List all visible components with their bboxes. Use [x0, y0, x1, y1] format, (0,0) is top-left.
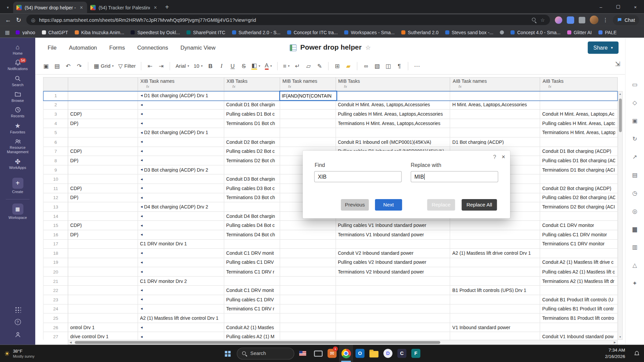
cell[interactable]: Conduit D2 Bot chargin	[224, 137, 280, 147]
cell[interactable]	[450, 110, 540, 119]
cell[interactable]	[280, 277, 336, 286]
cell[interactable]: ◄D3 Bot charging (ACDP) Drv 2	[138, 165, 224, 175]
extension-icon[interactable]	[555, 16, 562, 23]
cell[interactable]	[280, 249, 336, 258]
cell[interactable]: A2 (1) Mastless lift drive control Drv 1	[450, 249, 540, 258]
cell[interactable]	[68, 295, 138, 304]
cell[interactable]	[540, 286, 618, 295]
cell[interactable]	[336, 128, 450, 138]
tab-search-icon[interactable]: ▾	[3, 2, 12, 12]
vertical-scrollbar[interactable]: ▲ ▼	[618, 91, 623, 340]
cell[interactable]	[68, 101, 138, 110]
cell[interactable]: ◄	[138, 119, 224, 128]
font-family-selector[interactable]: Arial▾	[174, 61, 191, 71]
profile-avatar[interactable]	[590, 16, 598, 24]
row-number[interactable]: 15	[44, 221, 68, 230]
collaborators-icon[interactable]: ◎	[629, 205, 640, 217]
row-number[interactable]: 5	[44, 128, 68, 138]
cell[interactable]: ◄	[138, 323, 224, 332]
replace-input[interactable]: MIB	[411, 171, 498, 182]
cell[interactable]: Conduit C1 DRV monitor	[540, 221, 618, 230]
wrap-button[interactable]: ↵	[292, 61, 302, 71]
row-number[interactable]: 13	[44, 202, 68, 212]
cell[interactable]	[336, 277, 450, 286]
cell[interactable]	[450, 119, 540, 128]
cell[interactable]: Conduit C1 DRV monit	[224, 249, 280, 258]
tune-icon[interactable]: ◎	[31, 17, 36, 23]
language-flag-icon[interactable]	[299, 351, 306, 356]
menu-automation[interactable]: Automation	[69, 45, 97, 51]
cell[interactable]	[68, 239, 138, 249]
bookmark-item[interactable]: Kiba Inuzuka Anim...	[74, 30, 124, 35]
horizontal-scrollbar[interactable]: ◀ ▶	[68, 340, 618, 345]
cell[interactable]: Conduit A2 (1) Mastles	[224, 323, 280, 332]
menu-file[interactable]: File	[48, 45, 57, 51]
cell[interactable]	[280, 110, 336, 119]
cell[interactable]	[68, 212, 138, 221]
menu-forms[interactable]: Forms	[109, 45, 125, 51]
cell[interactable]	[280, 267, 336, 277]
cell[interactable]: Terminations D1 Bot charging (ACI	[540, 165, 618, 175]
dialog-help-icon[interactable]: ?	[493, 154, 496, 160]
menu-dynamic-view[interactable]: Dynamic View	[180, 45, 215, 51]
row-number[interactable]: 23	[44, 295, 68, 304]
replace-button[interactable]: Replace	[427, 199, 455, 210]
back-button[interactable]: ←	[5, 17, 11, 23]
cell[interactable]: Terminations H Mint. Areas, Laptop	[540, 128, 618, 138]
bookmark-item[interactable]: Speedtest by Ookl...	[131, 30, 180, 35]
text-color-button[interactable]: A▾	[263, 61, 273, 71]
cell[interactable]: Conduit V1 Inbound standard pow	[540, 332, 618, 340]
cell[interactable]	[280, 258, 336, 267]
cell[interactable]	[68, 267, 138, 277]
row-number[interactable]: 21	[44, 277, 68, 286]
column-header[interactable]: XIB Task namesfx	[138, 77, 224, 90]
cell[interactable]	[280, 314, 336, 323]
cell[interactable]: Conduit D1 Bot chargin	[224, 101, 280, 110]
redo-button[interactable]: ↷	[74, 61, 84, 71]
cell[interactable]: ◄D2 Bot charging (ACDP) Drv 1	[138, 128, 224, 138]
apps-shortcut-icon[interactable]: ▦	[5, 29, 10, 35]
bookmark-item[interactable]: Glitter AI	[567, 30, 592, 35]
cell[interactable]	[540, 137, 618, 147]
cell[interactable]	[280, 323, 336, 332]
cell[interactable]	[540, 249, 618, 258]
cell[interactable]: Terminations C1 DRV r	[224, 304, 280, 314]
cell[interactable]	[540, 101, 618, 110]
scroll-left-icon[interactable]: ◀	[68, 340, 73, 345]
bold-button[interactable]: B	[206, 61, 215, 71]
cell[interactable]	[540, 212, 618, 221]
cell[interactable]	[450, 239, 540, 249]
outdent-button[interactable]: ⇤	[145, 61, 155, 71]
cell[interactable]: CDP)	[68, 184, 138, 193]
cell[interactable]: ◄	[138, 212, 224, 221]
cell[interactable]: Pulling cables C1 DRV	[224, 258, 280, 267]
cell[interactable]: Pulling cables V2 Inbound standard power	[336, 258, 450, 267]
row-number[interactable]: 14	[44, 212, 68, 221]
cell[interactable]	[224, 165, 280, 175]
cell[interactable]: B1 Product lift controls (UPS) Drv 1	[450, 286, 540, 295]
cell[interactable]: Terminations D3 Bot ch	[224, 193, 280, 202]
cell[interactable]: ◄	[138, 193, 224, 202]
link-button[interactable]: ∞	[361, 61, 371, 71]
tab-close-icon[interactable]: ×	[79, 4, 84, 10]
cell[interactable]	[280, 119, 336, 128]
cell[interactable]	[450, 221, 540, 230]
row-number[interactable]: 19	[44, 258, 68, 267]
cell[interactable]	[280, 286, 336, 295]
cell[interactable]: Conduit V2 Inbound standard power	[336, 249, 450, 258]
sidebar-item-create[interactable]: + Create	[0, 178, 35, 194]
extensions-puzzle-icon[interactable]	[579, 17, 585, 23]
cell[interactable]	[336, 304, 450, 314]
experiments-icon[interactable]: △	[629, 259, 640, 271]
bookmark-item[interactable]: yahoo	[16, 30, 35, 35]
extension-icon[interactable]	[567, 16, 574, 23]
cell[interactable]: Pulling cables H Mint. Areas, Laptc	[540, 119, 618, 128]
cell[interactable]: Pulling cables A2 (1) Mastless lift c	[540, 267, 618, 277]
account-icon[interactable]	[14, 331, 21, 340]
maximize-button[interactable]: ▢	[609, 0, 627, 13]
sidebar-item-resource-management[interactable]: Resource Management	[0, 138, 35, 155]
sidebar-item-recents[interactable]: Recents	[0, 107, 35, 119]
cell[interactable]: CDP)	[68, 147, 138, 156]
favorite-star-icon[interactable]: ☆	[365, 44, 371, 51]
cell[interactable]	[280, 137, 336, 147]
